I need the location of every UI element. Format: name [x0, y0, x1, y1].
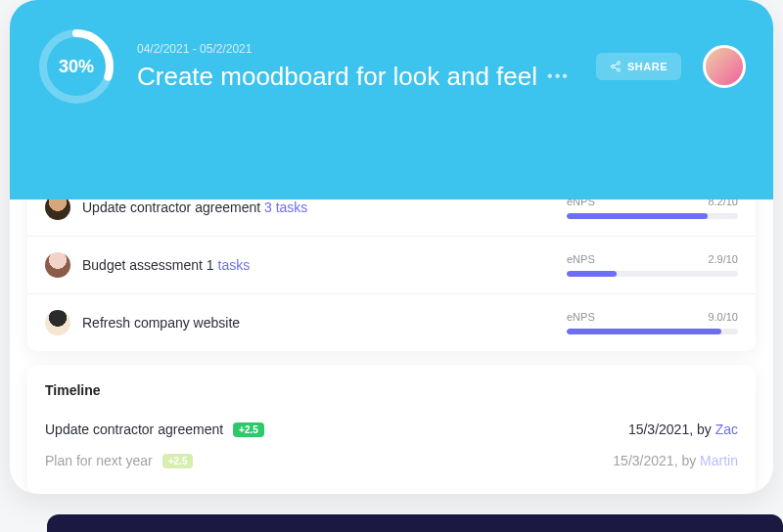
more-icon[interactable]: •••	[547, 67, 570, 85]
share-button[interactable]: SHARE	[596, 53, 681, 80]
progress-percent: 30%	[37, 27, 115, 106]
timeline-item-title: Plan for next year	[45, 453, 153, 468]
delta-badge: +2.5	[162, 454, 194, 468]
target-title: Update contractor agreement	[82, 200, 260, 215]
date-range: 04/2/2021 - 05/2/2021	[137, 42, 575, 56]
metric-score: 9.0/10	[708, 311, 738, 323]
timeline-panel: Timeline Update contractor agreement +2.…	[27, 365, 756, 494]
svg-line-6	[614, 67, 617, 69]
target-tasks-link[interactable]: tasks	[218, 257, 251, 273]
metric-label: eNPS	[567, 311, 595, 323]
delta-badge: +2.5	[233, 422, 264, 437]
share-button-label: SHARE	[627, 61, 668, 72]
timeline-item-title: Update contractor agreement	[45, 421, 223, 437]
timeline-item-date: 15/3/2021	[613, 453, 673, 468]
svg-point-3	[611, 66, 614, 68]
page-title: Create moodboard for look and feel	[137, 62, 537, 92]
share-icon	[610, 61, 622, 72]
timeline-item-date: 15/3/2021	[628, 421, 689, 437]
timeline-heading: Timeline	[45, 382, 738, 398]
target-metric: eNPS 9.0/10	[567, 311, 738, 334]
target-row[interactable]: Refresh company website eNPS 9.0/10	[27, 293, 756, 351]
target-tasks-link[interactable]: 3 tasks	[264, 200, 307, 215]
metric-score: 2.9/10	[708, 253, 738, 265]
target-title: Budget assessment 1	[82, 257, 214, 273]
svg-point-2	[617, 62, 620, 65]
target-row[interactable]: Budget assessment 1 tasks eNPS 2.9/10	[27, 236, 756, 293]
user-avatar[interactable]	[703, 45, 746, 88]
timeline-row[interactable]: Update contractor agreement +2.5 15/3/20…	[45, 414, 738, 445]
hero-header: 30% 04/2/2021 - 05/2/2021 Create moodboa…	[10, 0, 773, 200]
background-panel	[47, 514, 783, 532]
assignee-avatar	[45, 252, 70, 278]
timeline-item-author[interactable]: Martin	[700, 453, 738, 468]
target-title: Refresh company website	[82, 315, 240, 331]
assignee-avatar	[45, 310, 70, 335]
timeline-row[interactable]: Plan for next year +2.5 15/3/2021, by Ma…	[45, 445, 738, 476]
svg-point-4	[617, 68, 620, 71]
progress-ring: 30%	[37, 27, 115, 106]
metric-label: eNPS	[567, 253, 595, 265]
svg-line-5	[614, 64, 617, 66]
timeline-item-author[interactable]: Zac	[715, 421, 738, 437]
target-metric: eNPS 2.9/10	[567, 253, 738, 277]
